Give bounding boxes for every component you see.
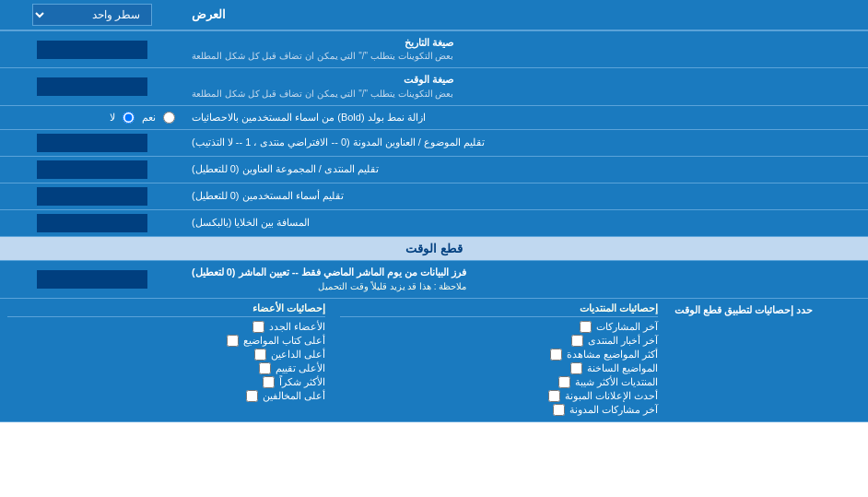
col1-header: إحصائيات المنتديات <box>340 302 658 317</box>
col2-item-3: الأعلى تقييم <box>7 362 325 374</box>
bold-names-label: ازالة نمط بولد (Bold) من اسماء المستخدمي… <box>184 106 868 129</box>
usernames-trim-row: تقليم أسماء المستخدمين (0 للتعطيل) 0 <box>0 183 868 210</box>
col1-label-5: أحدث الإعلانات المبونة <box>565 390 658 402</box>
col2-checkbox-2[interactable] <box>254 349 266 361</box>
time-format-row: صيغة الوقت بعض التكوينات يتطلب "/" التي … <box>0 68 868 105</box>
date-format-label: صيغة التاريخ بعض التكوينات يتطلب "/" الت… <box>184 31 868 67</box>
col2-header: إحصائيات الأعضاء <box>7 302 325 317</box>
checkbox-section-header-label: حدد إحصائيات لتطبيق قطع الوقت <box>665 299 868 421</box>
col2-label-1: أعلى كتاب المواضيع <box>243 335 325 347</box>
date-format-input-cell[interactable]: d-m <box>0 31 184 67</box>
col2-label-3: الأعلى تقييم <box>276 362 325 374</box>
col1-items: آخر المشاركاتآخر أخبار المنتدىأكثر الموا… <box>340 321 658 416</box>
topics-sort-row: تقليم الموضوع / العناوين المدونة (0 -- ا… <box>0 130 868 157</box>
checkboxes-section: حدد إحصائيات لتطبيق قطع الوقت إحصائيات ا… <box>0 299 868 422</box>
time-cut-input-cell[interactable]: 0 <box>0 261 184 297</box>
col1-label-6: آخر مشاركات المدونة <box>569 404 658 416</box>
col2-item-0: الأعضاء الجدد <box>7 321 325 333</box>
col1-item-0: آخر المشاركات <box>340 321 658 333</box>
col1-checkbox-6[interactable] <box>553 404 565 416</box>
bold-yes-radio[interactable] <box>163 112 175 124</box>
space-between-label: المسافة بين الخلايا (بالبكسل) <box>184 210 868 236</box>
display-dropdown[interactable]: سطر واحد <box>32 4 152 26</box>
bold-names-radio-cell[interactable]: نعم لا <box>0 106 184 129</box>
col2-label-5: أعلى المخالفين <box>263 390 325 402</box>
col2-label-0: الأعضاء الجدد <box>269 321 325 333</box>
col2-checkbox-1[interactable] <box>227 335 239 347</box>
col2-item-2: أعلى الداعين <box>7 349 325 361</box>
col1-label-3: المواضيع الساخنة <box>587 362 658 374</box>
col1-item-1: آخر أخبار المنتدى <box>340 335 658 347</box>
usernames-trim-input[interactable]: 0 <box>37 187 147 206</box>
col2-checkbox-3[interactable] <box>259 362 271 374</box>
bold-yes-label: نعم <box>142 112 156 124</box>
space-between-row: المسافة بين الخلايا (بالبكسل) 2 <box>0 210 868 237</box>
col1-checkbox-3[interactable] <box>570 362 582 374</box>
col1-checkbox-2[interactable] <box>550 349 562 361</box>
date-format-input[interactable]: d-m <box>37 41 147 59</box>
dropdown-cell[interactable]: سطر واحد <box>0 0 184 30</box>
col1-item-6: آخر مشاركات المدونة <box>340 404 658 416</box>
space-between-input-cell[interactable]: 2 <box>0 210 184 236</box>
topics-sort-label: تقليم الموضوع / العناوين المدونة (0 -- ا… <box>184 130 868 156</box>
col1-label-2: أكثر المواضيع مشاهدة <box>567 349 658 361</box>
col1-checkbox-0[interactable] <box>580 321 592 333</box>
col1-item-2: أكثر المواضيع مشاهدة <box>340 349 658 361</box>
time-format-input-cell[interactable]: H:i <box>0 68 184 104</box>
col2-checkbox-4[interactable] <box>263 376 275 388</box>
forum-sort-input-cell[interactable]: 33 <box>0 157 184 183</box>
col1-container: إحصائيات المنتديات آخر المشاركاتآخر أخبا… <box>333 299 665 421</box>
col2-label-4: الأكثر شكراً <box>279 376 325 388</box>
usernames-trim-input-cell[interactable]: 0 <box>0 183 184 209</box>
bold-names-row: ازالة نمط بولد (Bold) من اسماء المستخدمي… <box>0 106 868 130</box>
col1-label-0: آخر المشاركات <box>596 321 658 333</box>
col2-container: إحصائيات الأعضاء الأعضاء الجددأعلى كتاب … <box>0 299 333 421</box>
time-format-label: صيغة الوقت بعض التكوينات يتطلب "/" التي … <box>184 68 868 104</box>
col1-checkbox-1[interactable] <box>571 335 583 347</box>
col1-checkbox-5[interactable] <box>548 390 560 402</box>
col1-checkbox-4[interactable] <box>558 376 570 388</box>
col1-label-4: المنتديات الأكثر شيبة <box>575 376 658 388</box>
col2-checkbox-5[interactable] <box>246 390 258 402</box>
col1-label-1: آخر أخبار المنتدى <box>588 335 658 347</box>
col2-items: الأعضاء الجددأعلى كتاب المواضيعأعلى الدا… <box>7 321 325 402</box>
bold-no-radio[interactable] <box>123 112 135 124</box>
col2-item-4: الأكثر شكراً <box>7 376 325 388</box>
time-cut-row: فرز البيانات من يوم الماشر الماضي فقط --… <box>0 261 868 298</box>
time-cut-input[interactable]: 0 <box>37 270 147 289</box>
time-cut-label: فرز البيانات من يوم الماشر الماضي فقط --… <box>184 261 868 297</box>
page-wrapper: العرض سطر واحد صيغة التاريخ بعض التكوينا… <box>0 0 868 422</box>
usernames-trim-label: تقليم أسماء المستخدمين (0 للتعطيل) <box>184 183 868 209</box>
forum-sort-row: تقليم المنتدى / المجموعة العناوين (0 للت… <box>0 157 868 183</box>
forum-sort-input[interactable]: 33 <box>37 160 147 179</box>
col2-item-5: أعلى المخالفين <box>7 390 325 402</box>
date-format-row: صيغة التاريخ بعض التكوينات يتطلب "/" الت… <box>0 31 868 68</box>
col2-label-2: أعلى الداعين <box>271 349 325 361</box>
page-title: العرض <box>184 0 868 30</box>
space-between-input[interactable]: 2 <box>37 214 147 232</box>
col1-item-4: المنتديات الأكثر شيبة <box>340 376 658 388</box>
forum-sort-label: تقليم المنتدى / المجموعة العناوين (0 للت… <box>184 157 868 183</box>
topics-sort-input[interactable]: 33 <box>37 134 147 152</box>
bold-no-label: لا <box>110 112 115 124</box>
topics-sort-input-cell[interactable]: 33 <box>0 130 184 156</box>
time-format-input[interactable]: H:i <box>37 77 147 96</box>
col1-item-5: أحدث الإعلانات المبونة <box>340 390 658 402</box>
col2-item-1: أعلى كتاب المواضيع <box>7 335 325 347</box>
col2-checkbox-0[interactable] <box>252 321 264 333</box>
col1-item-3: المواضيع الساخنة <box>340 362 658 374</box>
time-cut-header: قطع الوقت <box>0 237 868 261</box>
